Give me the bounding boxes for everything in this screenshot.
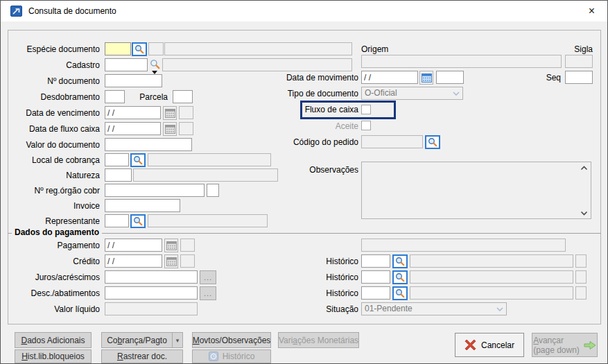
data-movimento-calendar-button[interactable]: [419, 71, 433, 85]
data-movimento-input[interactable]: [361, 71, 418, 84]
situacao-value: 01-Pendente: [365, 304, 412, 313]
pagamento-label: Pagamento: [15, 239, 100, 252]
desc-input[interactable]: [105, 286, 198, 300]
juros-label: Juros/acréscimos: [15, 271, 100, 284]
window-title: Consulta de documento: [28, 6, 116, 16]
search-icon: [395, 288, 405, 298]
parcela-input[interactable]: [173, 90, 193, 103]
invoice-label: Invoice: [15, 200, 100, 213]
credito-calendar-button[interactable]: [164, 254, 178, 268]
data-vencimento-extra-display: [179, 106, 193, 119]
natureza-label: Natureza: [15, 169, 100, 182]
calendar-icon: [166, 257, 177, 266]
data-fluxo-caixa-input[interactable]: [105, 122, 161, 135]
representante-lookup-button[interactable]: [130, 214, 146, 228]
num-documento-input[interactable]: [105, 74, 162, 87]
search-icon: [428, 137, 437, 147]
local-cobranca-label: Local de cobrança: [15, 154, 100, 167]
cadastro-description-display: [162, 58, 352, 71]
historico1-lookup-button[interactable]: [392, 254, 408, 268]
search-icon: [395, 272, 405, 282]
especie-documento-input[interactable]: [105, 42, 131, 55]
natureza-input[interactable]: [105, 168, 132, 182]
representante-description-display: [148, 214, 268, 227]
invoice-input[interactable]: [105, 199, 180, 212]
historico3-description-display: [410, 286, 573, 300]
historico2-lookup-button[interactable]: [392, 270, 408, 284]
valor-documento-input[interactable]: [105, 138, 192, 151]
representante-label: Representante: [15, 215, 100, 228]
historico3-label: Histórico: [229, 287, 358, 300]
historico1-input[interactable]: [361, 254, 390, 268]
pagamento-date-input[interactable]: [105, 239, 162, 252]
num-documento-label: Nº documento: [15, 75, 100, 88]
dados-adicionais-button[interactable]: Dados Adicionais: [15, 332, 92, 348]
desdobramento-input[interactable]: [105, 90, 125, 103]
seq-input[interactable]: [565, 71, 593, 84]
historico2-input[interactable]: [361, 270, 390, 284]
hist-lib-bloqueios-button[interactable]: Hist.lib.bloqueios: [15, 349, 92, 363]
cadastro-search-icon[interactable]: [150, 59, 161, 69]
cadastro-input[interactable]: [105, 58, 148, 71]
fluxo-caixa-checkbox[interactable]: [361, 105, 371, 114]
cancelar-button[interactable]: Cancelar: [455, 333, 524, 357]
scroll-down-icon[interactable]: [580, 211, 588, 216]
historico-button[interactable]: Histórico: [192, 349, 271, 363]
avancar-button[interactable]: Avançar (page down): [532, 333, 598, 357]
data-vencimento-input[interactable]: [105, 106, 161, 119]
credito-label: Crédito: [15, 255, 100, 268]
juros-input[interactable]: [105, 270, 198, 284]
data-fluxo-extra-display: [179, 122, 193, 135]
observacoes-textarea[interactable]: [361, 162, 591, 219]
especie-documento-label: Espécie documento: [15, 43, 100, 56]
movtos-observacoes-button[interactable]: Movtos/Observações: [192, 332, 271, 348]
historico-button-label: Histórico: [223, 352, 255, 361]
data-fluxo-calendar-button[interactable]: [163, 122, 177, 136]
num-reg-orgao-extra-input[interactable]: [207, 184, 219, 197]
variacoes-monetarias-button[interactable]: Variações Monetárias: [278, 332, 359, 348]
fluxo-caixa-label: Fluxo de caixa: [229, 103, 358, 116]
origem-display: [361, 55, 562, 68]
historico1-label: Histórico: [229, 255, 358, 268]
valor-liquido-display: [105, 302, 198, 315]
aceite-checkbox[interactable]: [361, 121, 371, 130]
historico2-description-display: [410, 270, 573, 284]
tipo-documento-label: Tipo de documento: [229, 87, 358, 101]
valor-liquido-label: Valor líquido: [15, 303, 100, 316]
desdobramento-label: Desdobramento: [15, 91, 100, 104]
dialog-consulta-documento: Consulta de documento × Espécie document…: [0, 0, 608, 364]
historico3-extra-display: [575, 286, 587, 300]
calendar-icon: [422, 73, 432, 83]
pagamento-calendar-button[interactable]: [164, 239, 178, 252]
especie-lookup-button[interactable]: [132, 42, 147, 56]
tipo-documento-value: O-Oficial: [365, 88, 397, 98]
cancelar-button-label: Cancelar: [481, 340, 514, 350]
calendar-icon: [165, 125, 175, 134]
scroll-up-icon[interactable]: [580, 166, 588, 171]
data-vencimento-calendar-button[interactable]: [163, 106, 177, 120]
historico3-input[interactable]: [361, 286, 390, 300]
rastrear-doc-button[interactable]: Rastrear doc.: [101, 349, 183, 363]
codigo-pedido-label: Código do pedido: [229, 136, 358, 149]
representante-input[interactable]: [105, 214, 129, 227]
desc-more-button[interactable]: ...: [200, 286, 216, 300]
desc-label: Desc./abatimentos: [15, 287, 100, 300]
juros-more-button[interactable]: ...: [200, 270, 216, 284]
codigo-pedido-display: [361, 135, 423, 148]
chevron-down-icon: [453, 92, 460, 96]
credito-date-input[interactable]: [105, 254, 162, 268]
historico2-label: Histórico: [229, 271, 358, 284]
historico3-lookup-button[interactable]: [392, 286, 408, 300]
close-icon[interactable]: ×: [576, 1, 607, 21]
cobranca-pagto-dropdown-button[interactable]: ▾: [172, 332, 183, 348]
search-icon: [134, 44, 144, 54]
historico2-extra-display: [575, 270, 587, 284]
especie-code-display: [148, 42, 164, 55]
local-cobranca-lookup-button[interactable]: [130, 153, 146, 167]
situacao-select: 01-Pendente: [361, 302, 507, 315]
data-movimento-extra-input[interactable]: [436, 71, 464, 84]
codigo-pedido-lookup-button[interactable]: [425, 135, 440, 149]
num-reg-orgao-input[interactable]: [105, 184, 205, 197]
cobranca-pagto-button[interactable]: Cobrança/Pagto: [101, 332, 173, 348]
local-cobranca-input[interactable]: [105, 153, 129, 166]
